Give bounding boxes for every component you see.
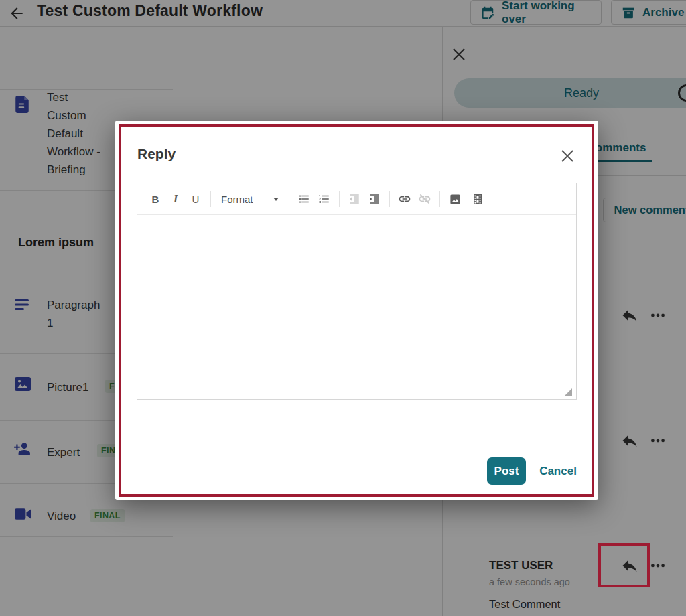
numbered-list-button[interactable] bbox=[314, 189, 334, 209]
image-icon bbox=[449, 193, 462, 206]
film-strip-icon bbox=[472, 193, 484, 206]
toolbar-separator bbox=[439, 191, 440, 207]
underline-button[interactable]: U bbox=[186, 189, 206, 209]
outdent-button[interactable] bbox=[344, 189, 364, 209]
chevron-down-icon bbox=[273, 198, 279, 201]
format-dropdown-label: Format bbox=[221, 194, 253, 205]
editor-content-area[interactable] bbox=[137, 215, 576, 380]
indent-button[interactable] bbox=[364, 189, 385, 209]
link-icon bbox=[398, 192, 411, 206]
bold-button[interactable]: B bbox=[145, 189, 165, 209]
richtext-editor: B I U Format bbox=[137, 183, 577, 400]
bulleted-list-button[interactable] bbox=[294, 189, 314, 209]
indent-icon bbox=[368, 193, 381, 205]
outdent-icon bbox=[348, 193, 360, 205]
toolbar-separator bbox=[389, 191, 390, 207]
resize-handle-icon[interactable] bbox=[565, 388, 572, 396]
post-button[interactable]: Post bbox=[487, 457, 526, 485]
toolbar-separator bbox=[339, 191, 340, 207]
link-button[interactable] bbox=[395, 189, 415, 209]
app-screen: Test Custom Default Workflow Start worki… bbox=[0, 0, 686, 616]
reply-dialog: Reply B I U Format bbox=[115, 121, 598, 500]
numbered-list-icon bbox=[318, 193, 330, 205]
italic-button[interactable]: I bbox=[165, 189, 186, 209]
insert-media-button[interactable] bbox=[468, 189, 488, 209]
close-icon bbox=[560, 149, 575, 163]
format-dropdown[interactable]: Format bbox=[216, 189, 284, 209]
unlink-icon bbox=[418, 192, 431, 206]
bulleted-list-icon bbox=[298, 193, 310, 205]
toolbar-separator bbox=[210, 191, 211, 207]
dialog-close-button[interactable] bbox=[560, 149, 575, 163]
toolbar-separator bbox=[289, 191, 289, 207]
editor-statusbar bbox=[137, 380, 576, 399]
dialog-title: Reply bbox=[137, 146, 176, 162]
insert-image-button[interactable] bbox=[445, 189, 465, 209]
unlink-button[interactable] bbox=[415, 189, 435, 209]
editor-toolbar: B I U Format bbox=[137, 183, 576, 215]
cancel-button[interactable]: Cancel bbox=[537, 457, 579, 485]
